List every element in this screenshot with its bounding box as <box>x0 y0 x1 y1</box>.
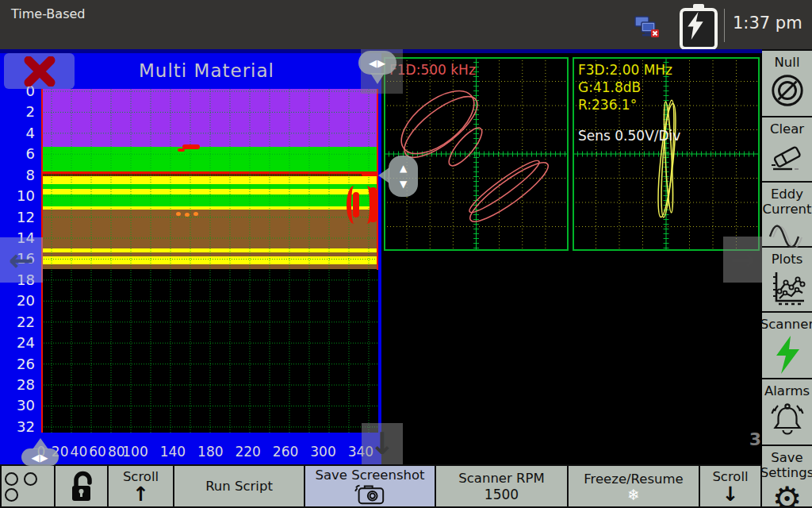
sidebar-item-clear[interactable]: Clear <box>762 117 812 181</box>
arrow-down-icon: ↓ <box>722 485 739 504</box>
bottom-button-run-script[interactable]: Run Script <box>174 466 304 506</box>
null-icon <box>769 72 806 109</box>
y-axis-label: 10 <box>0 187 35 205</box>
button-label: Save Screenshot <box>315 468 424 483</box>
y-axis-label: 12 <box>0 209 35 226</box>
wave-icon <box>767 219 808 251</box>
sidebar-item-alarms[interactable]: Alarms <box>762 379 812 444</box>
scroll-down-button[interactable]: ↓ <box>362 423 403 464</box>
sidebar-item-null[interactable]: Null <box>762 51 812 116</box>
dots-icon <box>2 471 54 502</box>
scope-2-sensitivity-label: Sens 0.50V/Div <box>578 127 680 144</box>
network-error-icon <box>634 15 660 39</box>
defect-mark <box>182 144 200 149</box>
mode-label: Time-Based <box>11 6 85 21</box>
marker-tail <box>378 167 389 183</box>
arrow-up-icon: ↑ <box>132 485 149 504</box>
bottom-button-scroll-up[interactable]: Scroll↑ <box>109 466 173 506</box>
button-label: Run Script <box>205 479 273 495</box>
up-triangle-icon: ▲ <box>400 160 407 176</box>
button-label: Scanner RPM <box>458 471 544 487</box>
y-axis-label: 22 <box>0 314 35 331</box>
marker-tail <box>33 438 48 449</box>
scroll-left-button[interactable]: ← <box>0 237 43 283</box>
clock: 1:37 pm <box>733 13 802 33</box>
sidebar-item-label: Eddy Current <box>763 187 812 217</box>
snowflake-icon: ❄ <box>627 487 640 502</box>
x-axis-label: 40 <box>71 444 88 461</box>
sidebar-item-save-settings[interactable]: Save Settings⚙ <box>762 446 812 506</box>
top-bar: Time-Based 1:37 pm <box>0 0 812 49</box>
close-icon <box>19 56 60 87</box>
defect-dot <box>176 212 181 216</box>
x-axis-label: 300 <box>310 444 335 461</box>
y-axis-label: 26 <box>0 356 35 373</box>
y-axis-label: 8 <box>0 167 35 184</box>
defect-mark <box>370 187 377 222</box>
eraser-icon <box>768 139 806 174</box>
bottom-button-probe-dots[interactable] <box>2 466 54 506</box>
close-button[interactable] <box>4 53 75 89</box>
defect-dot <box>185 213 190 217</box>
lock-open-icon <box>64 468 99 505</box>
bottom-bar: Scroll↑Run ScriptSave ScreenshotScanner … <box>0 464 762 508</box>
bottom-button-scanner-rpm[interactable]: Scanner RPM1500 <box>436 466 567 506</box>
waterfall-panel: Multi Material 0246810121416182022242628… <box>0 53 381 464</box>
sidebar-item-label: Null <box>775 55 800 70</box>
scope-2-gain-label: G:41.8dB <box>578 79 641 96</box>
sidebar: NullClearEddy CurrentPlotsScannerAlarmsS… <box>762 49 812 508</box>
scroll-right-button[interactable]: → <box>723 237 762 283</box>
defect-mark <box>353 192 359 217</box>
sidebar-item-eddy-current[interactable]: Eddy Current <box>762 183 812 246</box>
bottom-button-save-screenshot[interactable]: Save Screenshot <box>305 466 435 506</box>
battery-charging-icon <box>680 4 718 48</box>
sidebar-item-label: Alarms <box>764 383 810 398</box>
button-label: Freeze/Resume <box>584 471 684 487</box>
y-axis-label: 28 <box>0 376 35 394</box>
sidebar-item-label: Save Settings <box>760 450 812 480</box>
y-axis-label: 6 <box>0 145 35 163</box>
down-triangle-icon: ▼ <box>400 176 407 192</box>
defect-dot <box>193 212 198 216</box>
lightning-icon <box>770 334 805 375</box>
sidebar-item-plots[interactable]: Plots <box>762 248 812 311</box>
bottom-button-scroll-down[interactable]: Scroll↓ <box>700 466 760 506</box>
y-axis-label: 24 <box>0 334 35 352</box>
button-value: 1500 <box>485 487 519 502</box>
scope-1-trace <box>384 57 569 251</box>
x-axis-label: 220 <box>235 444 260 461</box>
divider <box>724 9 725 42</box>
sidebar-item-label: Clear <box>770 121 804 137</box>
marker-horizontal-handle-2[interactable]: ◀▶ <box>21 448 59 466</box>
marker-vertical-handle[interactable]: ▲▼ <box>389 156 418 197</box>
x-axis-label: 100 <box>122 444 147 461</box>
defect-mark <box>178 148 185 152</box>
camera-icon <box>354 483 386 505</box>
scope-plot-1: F1D:500 kHz <box>384 57 569 251</box>
sidebar-item-scanner[interactable]: Scanner <box>762 313 812 378</box>
scope-2-rotation-label: R:236.1° <box>578 96 637 114</box>
chart-icon <box>768 269 806 306</box>
scope-plot-2: F3D:2.00 MHz G:41.8dB R:236.1° Sens 0.50… <box>573 57 760 251</box>
x-axis-label: 60 <box>89 444 106 461</box>
bell-icon <box>768 401 807 439</box>
waterfall-plot <box>41 89 378 433</box>
marker-tail <box>370 73 385 84</box>
marker-horizontal-handle[interactable]: ◀▶ <box>358 51 396 75</box>
x-axis-label: 180 <box>197 444 223 461</box>
y-axis-label: 20 <box>0 292 35 310</box>
defect-mark <box>362 171 378 176</box>
y-axis-label: 32 <box>0 418 35 436</box>
page-indicator: 3 <box>744 429 761 449</box>
scope-2-frequency-label: F3D:2.00 MHz <box>578 61 672 79</box>
x-axis-label: 260 <box>273 444 298 461</box>
y-axis-label: 4 <box>0 125 35 142</box>
gear-icon: ⚙ <box>772 483 802 508</box>
bottom-button-freeze-resume[interactable]: Freeze/Resume❄ <box>569 466 699 506</box>
y-axis-label: 30 <box>0 397 35 414</box>
sidebar-item-label: Plots <box>772 252 803 267</box>
x-axis-label: 140 <box>160 444 186 461</box>
sidebar-item-label: Scanner <box>760 317 812 332</box>
bottom-button-lock[interactable] <box>56 466 107 506</box>
y-axis-label: 2 <box>0 103 35 121</box>
